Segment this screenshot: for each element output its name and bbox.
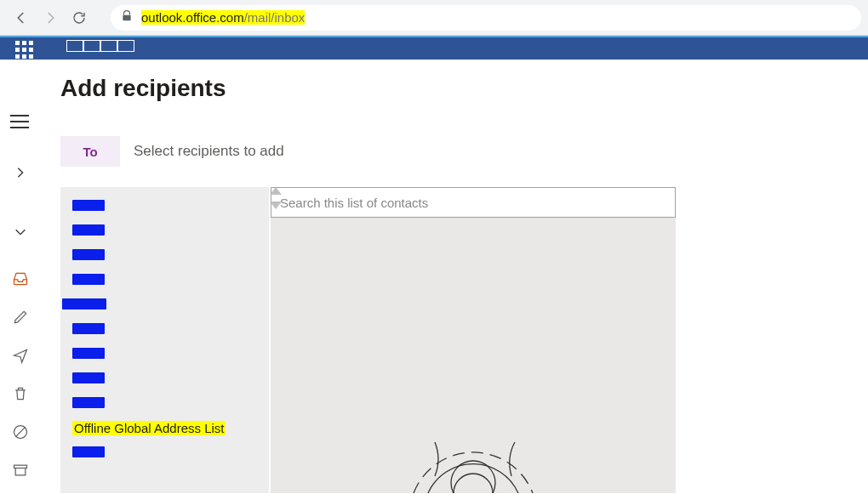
list-item[interactable] <box>50 292 269 317</box>
svg-rect-3 <box>14 465 26 468</box>
reload-button[interactable] <box>65 3 94 32</box>
scroll-up-icon[interactable] <box>270 187 282 195</box>
to-field-chip[interactable]: To <box>60 136 120 167</box>
list-item[interactable] <box>60 440 269 465</box>
svg-point-4 <box>451 461 495 493</box>
header-logo-redacted <box>66 40 134 52</box>
scroll-down-icon[interactable] <box>270 202 282 209</box>
svg-line-2 <box>15 427 26 437</box>
list-item[interactable] <box>60 366 269 391</box>
rail-compose-icon[interactable] <box>0 298 40 336</box>
left-rail <box>0 60 40 494</box>
rail-trash-icon[interactable] <box>0 374 40 412</box>
lock-icon <box>121 10 133 25</box>
address-bar[interactable]: outlook.office.com/mail/inbox <box>111 5 861 31</box>
url-text: outlook.office.com/mail/inbox <box>141 10 305 25</box>
list-item[interactable] <box>60 317 269 342</box>
svg-rect-0 <box>123 15 130 20</box>
forward-button[interactable] <box>36 3 65 32</box>
list-item[interactable] <box>60 342 269 366</box>
back-button[interactable] <box>7 3 36 32</box>
list-item[interactable] <box>60 391 269 416</box>
rail-archive-icon[interactable] <box>0 451 40 489</box>
rail-inbox-button[interactable] <box>0 259 40 298</box>
rail-send-icon[interactable] <box>0 336 40 374</box>
contact-results-column <box>271 187 676 493</box>
directory-list[interactable]: Offline Global Address List <box>60 187 269 493</box>
empty-state-illustration <box>271 218 676 493</box>
list-item[interactable] <box>60 219 269 243</box>
list-item[interactable] <box>60 243 269 268</box>
add-recipients-modal: Add recipients To Select recipients to a… <box>40 60 868 494</box>
app-launcher-button[interactable] <box>7 37 41 61</box>
select-hint-label: Select recipients to add <box>134 143 284 160</box>
browser-toolbar: outlook.office.com/mail/inbox <box>0 0 868 36</box>
offline-global-address-list-item[interactable]: Offline Global Address List <box>60 416 269 440</box>
rail-blocked-icon[interactable] <box>0 412 40 451</box>
modal-title: Add recipients <box>60 75 868 102</box>
list-item[interactable] <box>60 194 269 219</box>
app-header <box>0 36 868 60</box>
search-contacts-input[interactable] <box>271 187 676 218</box>
list-item[interactable] <box>60 268 269 292</box>
